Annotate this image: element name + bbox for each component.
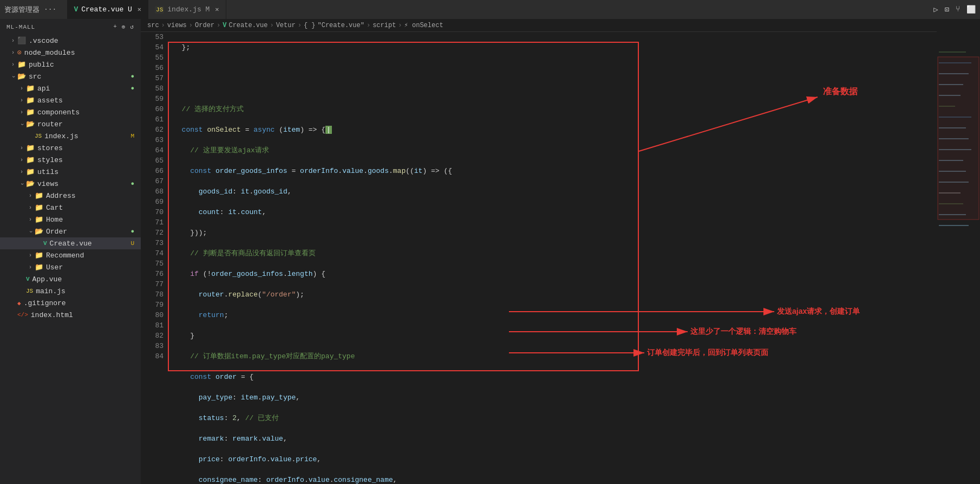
svg-rect-26: [939, 225, 969, 226]
item-label: Cart: [46, 204, 63, 212]
sidebar-item-address[interactable]: › 📁 Address: [0, 190, 141, 202]
tab-create-vue[interactable]: V Create.vue U ✕: [67, 0, 148, 19]
branch-icon[interactable]: ⑂: [956, 5, 960, 14]
folder-icon: 📁: [35, 215, 43, 224]
sidebar-item-router[interactable]: › 📂 router: [0, 118, 141, 130]
item-label: styles: [37, 156, 63, 164]
arrow-icon: ›: [26, 264, 35, 270]
js-file-icon: JS: [35, 133, 42, 139]
sidebar-item-api[interactable]: › 📁 api ●: [0, 82, 141, 94]
item-label: App.vue: [32, 275, 62, 283]
vue-icon: V: [74, 5, 78, 14]
folder-icon: 📁: [17, 60, 26, 69]
folder-icon: 📁: [26, 84, 35, 93]
line-57: const onSelect = async (item) => {|: [173, 125, 937, 135]
tab-index-js[interactable]: JS index.js M ✕: [148, 0, 226, 19]
item-label: Create.vue: [50, 240, 92, 248]
code-lines[interactable]: }; // 选择的支付方式 const onSelect = async (it…: [168, 32, 937, 484]
item-label: main.js: [36, 287, 66, 295]
new-file-icon[interactable]: +: [113, 23, 117, 30]
arrow-icon: ›: [17, 169, 26, 175]
minimap: [937, 19, 980, 484]
tab-close-create-vue[interactable]: ✕: [138, 5, 141, 14]
sidebar-item-stores[interactable]: › 📁 stores: [0, 142, 141, 154]
folder-icon: 📁: [26, 156, 35, 164]
arrow-icon: ›: [17, 157, 26, 163]
sidebar-item-main-js[interactable]: JS main.js: [0, 285, 141, 297]
breadcrumb-braces: { }: [304, 22, 316, 29]
sep: ›: [161, 22, 165, 29]
arrow-icon: ›: [28, 227, 34, 236]
item-label: router: [37, 120, 63, 128]
line-numbers: 53 54 55 56 57 58 59 60 61 62 63 64 65 6…: [141, 32, 168, 484]
tab-label-create-vue: Create.vue U: [81, 5, 132, 14]
sidebar-item-vscode[interactable]: › ⬛ .vscode: [0, 35, 141, 47]
line-70: pay_type: item.pay_type,: [173, 392, 937, 403]
arrow-icon: ›: [9, 62, 17, 68]
sidebar-item-index-html[interactable]: </> index.html: [0, 309, 141, 321]
tab-label-index-js: index.js M: [167, 5, 210, 14]
line-56: // 选择的支付方式: [173, 104, 937, 114]
sidebar-item-gitignore[interactable]: ◆ .gitignore: [0, 297, 141, 309]
explorer-label: 资源管理器: [4, 5, 40, 15]
sidebar-item-recommend[interactable]: › 📁 Recommend: [0, 249, 141, 261]
arrow-icon: ›: [26, 217, 35, 223]
gitignore-icon: ◆: [17, 300, 21, 307]
editor-scroll[interactable]: 53 54 55 56 57 58 59 60 61 62 63 64 65 6…: [141, 32, 937, 484]
line-68: // 订单数据item.pay_type对应配置的pay_type: [173, 351, 937, 362]
breadcrumb-order: Order: [195, 22, 214, 29]
folder-icon: 📂: [17, 72, 26, 81]
sidebar-item-index-js[interactable]: JS index.js M: [0, 130, 141, 142]
line-62: }));: [173, 228, 937, 238]
sidebar-item-assets[interactable]: › 📁 assets: [0, 94, 141, 106]
breadcrumb-quote: "Create.vue": [318, 22, 364, 29]
item-label: .gitignore: [24, 299, 66, 307]
breadcrumb-vue-icon: V: [223, 22, 226, 29]
sidebar-item-cart[interactable]: › 📁 Cart: [0, 202, 141, 214]
line-63: // 判断是否有商品没有返回订单查看页: [173, 248, 937, 259]
line-54: [173, 63, 937, 73]
arrow-icon: ›: [9, 50, 17, 56]
sidebar-item-home[interactable]: › 📁 Home: [0, 214, 141, 225]
more-icon[interactable]: ···: [44, 5, 56, 14]
title-bar: 资源管理器 ··· V Create.vue U ✕ JS index.js M…: [0, 0, 980, 19]
tab-close-index-js[interactable]: ✕: [215, 5, 219, 14]
folder-icon: 📂: [35, 227, 43, 236]
item-label: Home: [46, 216, 63, 224]
line-58: // 这里要发送ajax请求: [173, 145, 937, 156]
new-folder-icon[interactable]: ⊕: [122, 23, 126, 30]
refresh-icon[interactable]: ↺: [130, 23, 134, 30]
badge: ●: [130, 228, 134, 235]
arrow-icon: ›: [17, 145, 26, 151]
sidebar-item-views[interactable]: › 📂 views ●: [0, 178, 141, 190]
sidebar-item-src[interactable]: › 📂 src ●: [0, 70, 141, 82]
sidebar-item-node-modules[interactable]: › ⊙ node_modules: [0, 47, 141, 59]
breadcrumb: src › views › Order › V Create.vue › Vet…: [141, 19, 937, 32]
line-61: count: it.count,: [173, 207, 937, 217]
sidebar-item-components[interactable]: › 📁 components: [0, 106, 141, 118]
sidebar-item-order[interactable]: › 📂 Order ●: [0, 225, 141, 237]
split-icon[interactable]: ⬜: [966, 5, 976, 14]
line-65: router.replace("/order");: [173, 289, 937, 300]
sidebar-item-create-vue[interactable]: V Create.vue U: [0, 237, 141, 249]
line-66: return;: [173, 310, 937, 320]
sidebar-item-public[interactable]: › 📁 public: [0, 59, 141, 70]
sidebar-item-app-vue[interactable]: V App.vue: [0, 273, 141, 285]
sidebar-item-styles[interactable]: › 📁 styles: [0, 154, 141, 166]
sidebar-header-icons[interactable]: + ⊕ ↺: [113, 23, 134, 30]
item-label: User: [46, 263, 63, 272]
arrow-icon: ›: [17, 86, 26, 92]
layout-icon[interactable]: ⊡: [945, 5, 949, 14]
explorer-title: ML-MALL: [6, 24, 35, 30]
sep: ›: [367, 22, 370, 29]
run-icon[interactable]: ▷: [933, 5, 938, 14]
badge: ●: [130, 73, 134, 80]
item-label: api: [37, 85, 50, 93]
sidebar-item-utils[interactable]: › 📁 utils: [0, 166, 141, 178]
arrow-icon: ›: [10, 72, 16, 81]
line-55: [173, 83, 937, 94]
vue-file-icon: V: [43, 240, 47, 247]
sidebar-item-user[interactable]: › 📁 User: [0, 261, 141, 273]
folder-icon: 📁: [26, 167, 35, 176]
sep: ›: [189, 22, 193, 29]
